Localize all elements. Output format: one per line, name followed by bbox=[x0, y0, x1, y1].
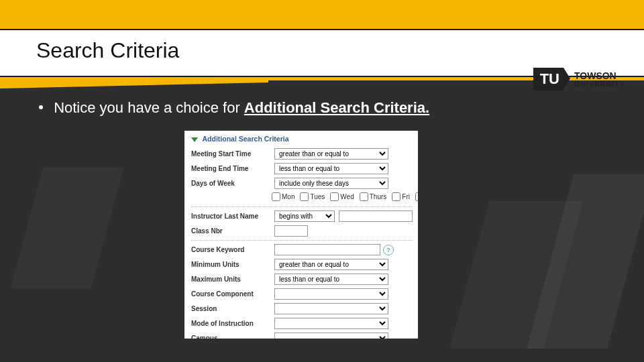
section-header[interactable]: Additional Search Criteria bbox=[191, 135, 413, 143]
page-title: Search Criteria bbox=[0, 30, 644, 63]
logo-line2: UNIVERSITY bbox=[574, 80, 625, 88]
day-tue[interactable]: Tues bbox=[300, 192, 325, 201]
checkbox-tue[interactable] bbox=[300, 192, 309, 201]
section-title: Additional Search Criteria bbox=[203, 135, 289, 143]
days-label: Days of Week bbox=[191, 180, 274, 187]
checkbox-fri[interactable] bbox=[392, 192, 400, 201]
campus-select[interactable] bbox=[274, 333, 388, 339]
day-mon[interactable]: Mon bbox=[272, 192, 294, 201]
bullet-emphasis: Additional Search Criteria. bbox=[244, 99, 429, 116]
title-bar: Search Criteria TU TOWSON UNIVERSITY bbox=[0, 29, 644, 77]
form-screenshot: Additional Search Criteria Meeting Start… bbox=[184, 131, 418, 339]
collapse-triangle-icon[interactable] bbox=[191, 137, 198, 142]
bullet-prefix: Notice you have a choice for bbox=[54, 99, 244, 116]
day-fri[interactable]: Fri bbox=[392, 192, 410, 201]
keyword-label: Course Keyword bbox=[191, 246, 274, 253]
mode-label: Mode of Instruction bbox=[191, 320, 274, 327]
meeting-start-select[interactable]: greater than or equal to bbox=[274, 148, 388, 160]
maxunits-select[interactable]: less than or equal to bbox=[274, 274, 388, 285]
checkbox-mon[interactable] bbox=[272, 192, 280, 201]
days-select[interactable]: include only these days bbox=[274, 178, 388, 189]
instructor-op-select[interactable]: begins with bbox=[274, 210, 335, 222]
separator bbox=[191, 206, 413, 207]
mode-select[interactable] bbox=[274, 318, 388, 329]
meeting-end-select[interactable]: less than or equal to bbox=[274, 163, 388, 174]
logo-badge: TU bbox=[533, 68, 564, 90]
logo-text: TOWSON UNIVERSITY bbox=[574, 71, 625, 88]
instructor-input[interactable] bbox=[339, 210, 413, 222]
bg-shape bbox=[11, 168, 123, 288]
logo: TU TOWSON UNIVERSITY bbox=[533, 68, 625, 90]
slide: Search Criteria TU TOWSON UNIVERSITY Not… bbox=[0, 0, 644, 362]
days-checkboxes: Mon Tues Wed Thurs Fri Sa bbox=[272, 192, 413, 201]
checkbox-wed[interactable] bbox=[330, 192, 339, 201]
campus-label: Campus bbox=[191, 335, 274, 339]
day-thu[interactable]: Thurs bbox=[360, 192, 387, 201]
keyword-input[interactable] bbox=[274, 244, 380, 255]
classnbr-label: Class Nbr bbox=[191, 227, 274, 235]
component-label: Course Component bbox=[191, 290, 274, 298]
bullet-dot-icon bbox=[39, 105, 43, 109]
minunits-label: Minimum Units bbox=[191, 261, 274, 268]
instructor-label: Instructor Last Name bbox=[191, 213, 274, 220]
maxunits-label: Maximum Units bbox=[191, 276, 274, 283]
session-label: Session bbox=[191, 305, 274, 312]
session-select[interactable] bbox=[274, 303, 388, 314]
checkbox-thu[interactable] bbox=[360, 192, 368, 201]
meeting-start-label: Meeting Start Time bbox=[191, 150, 274, 158]
day-sat[interactable]: Sa bbox=[415, 192, 418, 201]
checkbox-sat[interactable] bbox=[415, 192, 418, 201]
bullet-line: Notice you have a choice for Additional … bbox=[39, 99, 617, 117]
day-wed[interactable]: Wed bbox=[330, 192, 354, 201]
component-select[interactable] bbox=[274, 288, 388, 300]
help-icon[interactable]: ? bbox=[383, 245, 394, 255]
separator bbox=[191, 240, 413, 241]
minunits-select[interactable]: greater than or equal to bbox=[274, 259, 388, 270]
meeting-end-label: Meeting End Time bbox=[191, 165, 274, 172]
classnbr-input[interactable] bbox=[274, 225, 308, 237]
